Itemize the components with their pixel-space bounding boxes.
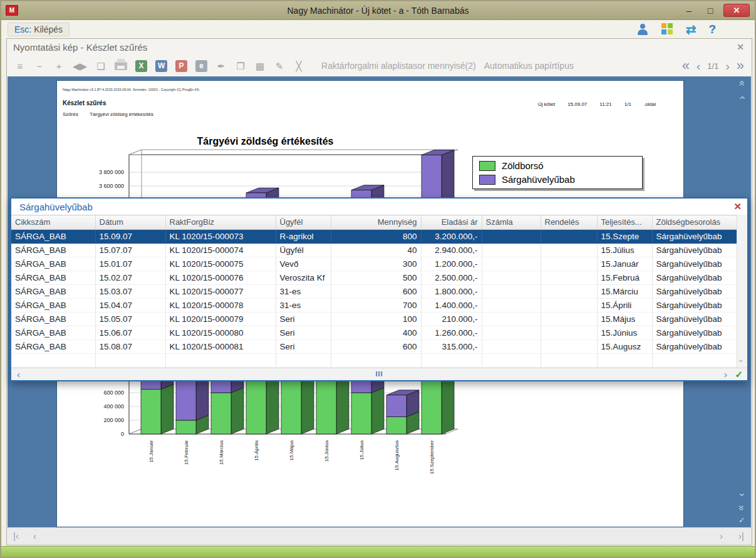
table-header-row: CikkszámDátumRaktForgBizÜgyfélMennyiségE… (11, 215, 737, 229)
table-row[interactable]: SÁRGA_BAB15.04.07KL 1020/15-00007831-es7… (11, 298, 737, 312)
paper-type-selector[interactable]: Automatikus papírtípus (484, 61, 574, 71)
print-icon[interactable] (115, 62, 127, 70)
svg-text:3 800 000: 3 800 000 (99, 169, 124, 175)
previous-page-button[interactable]: ‹ (696, 60, 700, 72)
export-pdf-icon[interactable]: P (175, 60, 187, 72)
fullscreen-icon[interactable]: ❏ (95, 61, 106, 71)
column-header[interactable]: Teljesítés... (597, 215, 652, 229)
list-type-selector[interactable]: Raktárforgalmi alaplistasor mennyisé(2) (321, 61, 476, 71)
preview-check-icon[interactable]: ✓ (738, 516, 745, 524)
legend-swatch-green (479, 161, 495, 171)
svg-text:3 600 000: 3 600 000 (99, 183, 124, 189)
status-bar (1, 546, 755, 557)
scroll-down-icon[interactable]: › (737, 359, 746, 362)
scrollbar-thumb[interactable]: III (375, 370, 383, 378)
svg-text:15.Május: 15.Május (289, 440, 294, 460)
export-word-icon[interactable]: W (155, 60, 167, 72)
fit-width-icon[interactable]: ◀▶ (73, 61, 87, 71)
table-row[interactable]: SÁRGA_BAB15.09.07KL 1020/15-000073R-agri… (11, 229, 737, 243)
filter-value: Tárgyévi zöldség értékesítés (90, 111, 153, 117)
column-header[interactable]: Számla (482, 215, 541, 229)
preview-toolbar: ≡−+◀▶❏XWPe✒❐▦✎╳ Raktárforgalmi alaplista… (7, 55, 752, 76)
export-excel-icon[interactable]: X (135, 60, 147, 72)
svg-text:15.Augusztus: 15.Augusztus (394, 440, 400, 470)
meta-date: 15.09.07 (567, 101, 587, 107)
zoom-in-icon[interactable]: + (53, 61, 65, 71)
maximize-button[interactable]: □ (702, 4, 718, 17)
exit-label: Kilépés (34, 24, 63, 34)
popup-vertical-scrollbar[interactable]: › (737, 215, 747, 368)
meta-volume: Új kötet (538, 101, 555, 107)
exit-button[interactable]: Esc: Kilépés (8, 23, 70, 36)
last-page-button[interactable]: » (737, 59, 744, 73)
panel-close-icon[interactable]: ✕ (737, 42, 744, 52)
column-header[interactable]: Ügyfél (276, 215, 331, 229)
scroll-right-icon[interactable]: › (724, 369, 727, 380)
table-row[interactable]: SÁRGA_BAB15.02.07KL 1020/15-000076Verosz… (11, 271, 737, 284)
zoom-out-icon[interactable]: − (34, 61, 45, 71)
popup-title: Sárgahüvelyűbab (19, 202, 93, 212)
popup-close-icon[interactable]: ✕ (733, 201, 742, 212)
apps-grid-icon[interactable] (661, 23, 673, 35)
report-title: Készlet szűrés (63, 100, 106, 106)
table-row[interactable]: SÁRGA_BAB15.05.07KL 1020/15-000079Seri10… (11, 312, 737, 326)
filter-label: Szűrés (63, 111, 78, 117)
svg-text:400 000: 400 000 (103, 403, 124, 410)
sign-icon[interactable]: ✒ (215, 61, 227, 71)
column-header[interactable]: Dátum (95, 215, 165, 229)
legend-swatch-purple (479, 175, 495, 185)
report-meta: Új kötet 15.09.07 11:21 1/1 .oldal (538, 101, 656, 107)
empty-row (11, 353, 737, 367)
column-header[interactable]: Cikkszám (11, 215, 95, 229)
app-window: M Nagy Machinátor - Új kötet - a - Tóth … (0, 0, 756, 558)
scroll-left-icon[interactable]: ‹ (17, 369, 20, 380)
export-web-icon[interactable]: e (195, 60, 207, 72)
settings-icon[interactable]: ╳ (293, 61, 304, 71)
table-row[interactable]: SÁRGA_BAB15.07.07KL 1020/15-000074Ügyfél… (11, 243, 737, 257)
popup-horizontal-scrollbar[interactable]: ‹ III › ✓ (11, 368, 747, 380)
edit-icon[interactable]: ✎ (274, 61, 285, 71)
confirm-check-icon[interactable]: ✓ (735, 369, 743, 380)
panel-header: Nyomtatási kép - Készlet szűrés ✕ (7, 39, 752, 55)
close-button[interactable]: ✕ (723, 4, 750, 17)
table-row[interactable]: SÁRGA_BAB15.01.07KL 1020/15-000075Vevő30… (11, 257, 737, 271)
scroll-up-icon[interactable]: ‹ (738, 96, 748, 99)
esc-key-label: Esc: (14, 24, 31, 34)
table-row[interactable]: SÁRGA_BAB15.06.07KL 1020/15-000080Seri40… (11, 326, 737, 339)
scroll-right-icon[interactable]: › (720, 530, 723, 541)
minimize-button[interactable]: – (681, 4, 697, 17)
copy-icon[interactable]: ❐ (235, 61, 246, 71)
swap-arrows-icon[interactable]: ⇄ (686, 23, 696, 36)
scroll-bottom-icon[interactable]: » (737, 505, 747, 511)
first-page-button[interactable]: « (682, 59, 690, 73)
svg-text:15.Szeptember: 15.Szeptember (429, 440, 435, 475)
table-row[interactable]: SÁRGA_BAB15.08.07KL 1020/15-000081Seri60… (11, 339, 737, 353)
table-row[interactable]: SÁRGA_BAB15.03.07KL 1020/15-00007731-es6… (11, 284, 737, 298)
meta-time: 11:21 (599, 101, 611, 107)
legend-item: Sárgahüvelyűbab (479, 174, 636, 185)
page-navigation: « ‹ 1/1 › » (682, 59, 744, 73)
svg-text:15.Március: 15.Március (219, 440, 224, 465)
snapshot-icon[interactable]: ▦ (254, 61, 266, 71)
user-icon[interactable] (636, 23, 649, 36)
scroll-top-icon[interactable]: « (738, 81, 748, 86)
column-header[interactable]: RaktForgBiz (165, 215, 276, 229)
chart-legend: Zöldborsó Sárgahüvelyűbab (472, 156, 643, 189)
legend-label: Zöldborsó (502, 160, 544, 171)
column-header[interactable]: Eladási ár (421, 215, 482, 229)
print-header-line: Nagy Machinátor v3.1.87-4.2015 2015.09.0… (63, 88, 200, 91)
menu-icon[interactable]: ≡ (14, 61, 26, 71)
next-page-button[interactable]: › (725, 60, 729, 72)
scroll-down-icon[interactable]: › (737, 493, 747, 496)
detail-popup: Sárgahüvelyűbab ✕ CikkszámDátumRaktForgB… (10, 197, 748, 381)
help-icon[interactable]: ? (708, 23, 716, 35)
svg-text:15.Július: 15.Július (359, 440, 365, 460)
scroll-last-icon[interactable]: ›| (738, 530, 744, 541)
panel-title: Nyomtatási kép - Készlet szűrés (13, 42, 147, 53)
column-header[interactable]: Mennyiség (331, 215, 421, 229)
column-header[interactable]: Zöldségbesorolás (652, 215, 737, 229)
scroll-first-icon[interactable]: |‹ (13, 530, 19, 541)
scroll-left-icon[interactable]: ‹ (33, 530, 36, 541)
svg-text:200 000: 200 000 (103, 417, 124, 423)
column-header[interactable]: Rendelés (541, 215, 597, 229)
